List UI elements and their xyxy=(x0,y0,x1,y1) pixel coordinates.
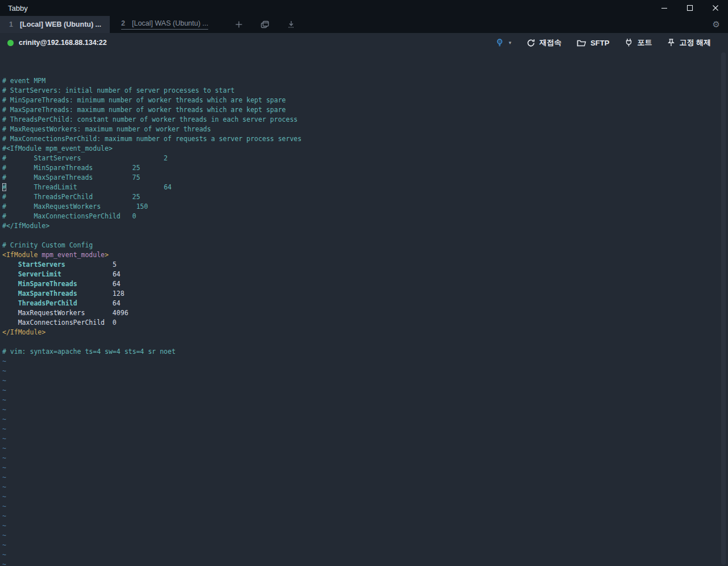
empty-line-tilde: ~ xyxy=(2,415,728,424)
toolbar-actions: ▾ 재접속 SFTP xyxy=(495,38,711,48)
terminal-line: ServerLimit 64 xyxy=(2,270,728,279)
empty-line-tilde: ~ xyxy=(2,463,728,473)
empty-line-tilde: ~ xyxy=(2,405,728,415)
empty-line-tilde: ~ xyxy=(2,386,728,395)
tab-number: 2 xyxy=(121,19,125,27)
terminal-line: # MaxRequestWorkers: maximum number of w… xyxy=(2,125,728,134)
empty-line-tilde: ~ xyxy=(2,453,728,463)
terminal-line: MaxRequestWorkers 4096 xyxy=(2,308,728,318)
empty-line-tilde: ~ xyxy=(2,511,728,521)
title-bar: Tabby xyxy=(0,0,728,16)
terminal-line: </IfModule> xyxy=(2,328,728,337)
empty-line-tilde: ~ xyxy=(2,376,728,386)
terminal-line: # ThreadLimit 64 xyxy=(2,183,728,192)
tab-bar: 1 [Local] WEB (Ubuntu) ... 2 [Local] WAS… xyxy=(0,16,728,33)
terminal-line: # StartServers: initial number of server… xyxy=(2,86,728,96)
terminal-line: #</IfModule> xyxy=(2,221,728,231)
refresh-icon xyxy=(527,39,535,47)
empty-line-tilde: ~ xyxy=(2,424,728,434)
terminal-line: # vim: syntax=apache ts=4 sw=4 sts=4 sr … xyxy=(2,347,728,357)
unpin-button[interactable]: 고정 해제 xyxy=(667,38,711,48)
empty-line-tilde: ~ xyxy=(2,521,728,531)
tab-web-ubuntu[interactable]: 1 [Local] WEB (Ubuntu) ... xyxy=(0,16,110,33)
folder-icon xyxy=(577,39,586,47)
duplicate-window-icon xyxy=(260,19,270,30)
unpin-label: 고정 해제 xyxy=(679,38,711,48)
reconnect-label: 재접속 xyxy=(539,38,561,48)
terminal-line: # ThreadsPerChild: constant number of wo… xyxy=(2,115,728,125)
terminal-line xyxy=(2,231,728,241)
empty-line-tilde: ~ xyxy=(2,492,728,502)
terminal-line: # MinSpareThreads 25 xyxy=(2,163,728,173)
tab-was-ubuntu[interactable]: 2 [Local] WAS (Ubuntu) ... xyxy=(110,16,221,33)
lightbulb-icon xyxy=(495,38,504,47)
empty-line-tilde: ~ xyxy=(2,434,728,444)
session-panel: crinity@192.168.88.134:22 ▾ xyxy=(0,33,728,566)
gear-icon: ⚙ xyxy=(713,19,720,30)
plus-icon xyxy=(234,20,243,29)
terminal-line: ThreadsPerChild 64 xyxy=(2,299,728,308)
terminal-line: MaxSpareThreads 128 xyxy=(2,289,728,299)
maximize-button[interactable] xyxy=(677,0,702,16)
download-arrow-icon xyxy=(287,20,296,29)
empty-line-tilde: ~ xyxy=(2,444,728,453)
terminal-line: # MaxConnectionsPerChild 0 xyxy=(2,212,728,221)
sftp-button[interactable]: SFTP xyxy=(577,39,609,47)
terminal-line: #<IfModule mpm_event_module> xyxy=(2,144,728,154)
close-button[interactable] xyxy=(702,0,728,16)
terminal-line: StartServers 5 xyxy=(2,260,728,270)
tab-title-group: 2 [Local] WAS (Ubuntu) ... xyxy=(121,19,208,30)
tabby-window: Tabby 1 [Local] WEB (Ubuntu) ... 2 [Loca… xyxy=(0,0,728,566)
empty-line-tilde: ~ xyxy=(2,560,728,566)
terminal-line: # event MPM xyxy=(2,76,728,86)
pin-icon xyxy=(667,38,675,47)
terminal-line: # MinSpareThreads: minimum number of wor… xyxy=(2,96,728,105)
empty-line-tilde: ~ xyxy=(2,473,728,482)
maximize-icon xyxy=(686,5,693,11)
empty-line-tilde: ~ xyxy=(2,550,728,560)
port-forwarding-button[interactable]: 포트 xyxy=(624,38,652,48)
duplicate-tab-button[interactable] xyxy=(257,16,274,33)
terminal-line: # Crinity Custom Config xyxy=(2,241,728,250)
terminal-line: MaxConnectionsPerChild 0 xyxy=(2,318,728,328)
minimize-icon xyxy=(661,5,668,11)
tab-label: [Local] WEB (Ubuntu) ... xyxy=(20,20,101,28)
tab-number: 1 xyxy=(9,20,13,28)
window-controls xyxy=(651,0,728,16)
terminal-line: # MaxConnectionsPerChild: maximum number… xyxy=(2,134,728,144)
chevron-down-icon: ▾ xyxy=(509,40,512,46)
minimize-button[interactable] xyxy=(651,0,677,16)
plug-icon xyxy=(624,38,633,47)
terminal-line xyxy=(2,337,728,347)
connection-address: crinity@192.168.88.134:22 xyxy=(19,39,107,47)
empty-line-tilde: ~ xyxy=(2,357,728,366)
app-title: Tabby xyxy=(8,4,28,13)
empty-line-tilde: ~ xyxy=(2,502,728,511)
settings-button[interactable]: ⚙ xyxy=(713,16,720,33)
connection-status-dot xyxy=(7,40,14,46)
empty-line-tilde: ~ xyxy=(2,366,728,376)
terminal-line: # ThreadsPerChild 25 xyxy=(2,192,728,202)
empty-line-tilde: ~ xyxy=(2,395,728,405)
empty-line-tilde: ~ xyxy=(2,540,728,550)
port-label: 포트 xyxy=(637,38,652,48)
session-toolbar: crinity@192.168.88.134:22 ▾ xyxy=(0,33,728,52)
terminal-line: # StartServers 2 xyxy=(2,154,728,163)
reconnect-button[interactable]: 재접속 xyxy=(527,38,561,48)
close-icon xyxy=(712,5,719,11)
download-paste-button[interactable] xyxy=(283,16,300,33)
terminal-line: # MaxSpareThreads: maximum number of wor… xyxy=(2,105,728,115)
suggestions-button[interactable]: ▾ xyxy=(495,38,512,47)
empty-line-tilde: ~ xyxy=(2,531,728,540)
terminal-scrollbar[interactable] xyxy=(721,52,726,565)
sftp-label: SFTP xyxy=(590,39,609,47)
terminal-line: MinSpareThreads 64 xyxy=(2,279,728,289)
terminal-buffer: # event MPM# StartServers: initial numbe… xyxy=(2,76,728,566)
terminal-line: # MaxSpareThreads 75 xyxy=(2,173,728,183)
terminal-line: # MaxRequestWorkers 150 xyxy=(2,202,728,212)
connection-info: crinity@192.168.88.134:22 xyxy=(7,39,107,47)
new-tab-button[interactable] xyxy=(230,16,247,33)
terminal-view[interactable]: # event MPM# StartServers: initial numbe… xyxy=(0,52,728,566)
terminal-line: <IfModule mpm_event_module> xyxy=(2,250,728,260)
empty-line-tilde: ~ xyxy=(2,482,728,492)
